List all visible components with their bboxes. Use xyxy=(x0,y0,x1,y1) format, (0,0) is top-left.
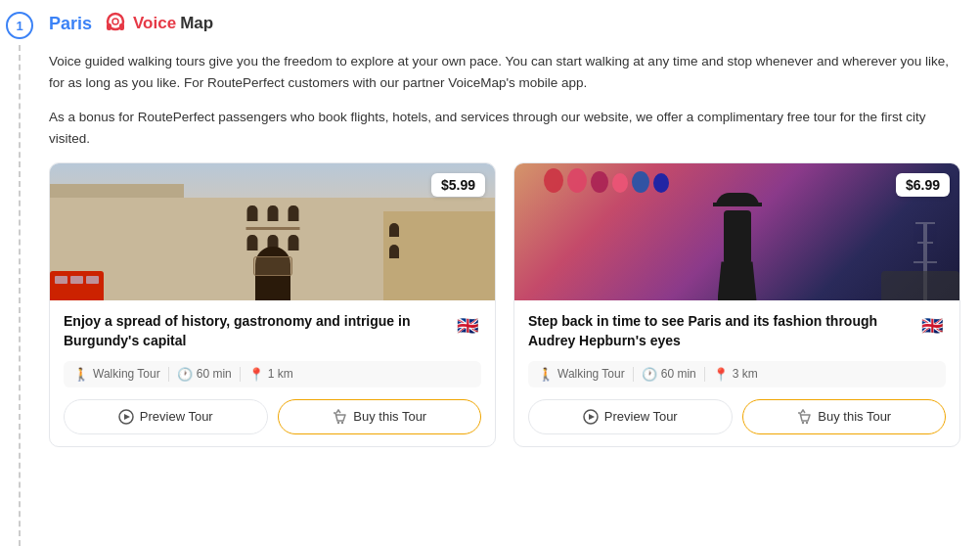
svg-point-10 xyxy=(802,421,804,423)
description-paragraph-1: Voice guided walking tours give you the … xyxy=(49,51,960,93)
tour-actions-2: Preview Tour Buy this Tour xyxy=(528,399,946,434)
price-badge-2: $6.99 xyxy=(896,173,950,197)
svg-rect-2 xyxy=(119,23,124,30)
person-icon-1: 🚶 xyxy=(73,367,89,382)
svg-marker-9 xyxy=(589,414,595,420)
pin-icon-2: 📍 xyxy=(713,367,729,382)
tour-title-2: Step back in time to see Paris and its f… xyxy=(528,312,911,350)
play-icon-1 xyxy=(118,409,134,425)
clock-icon-2: 🕐 xyxy=(642,367,657,382)
tour-meta-1: 🚶 Walking Tour 🕐 60 min 📍 1 km xyxy=(64,361,481,387)
meta-duration-2: 🕐 60 min xyxy=(634,367,705,382)
description-paragraph-2: As a bonus for RoutePerfect passengers w… xyxy=(49,107,960,149)
meta-duration-1: 🕐 60 min xyxy=(169,367,241,382)
page-container: 1 Paris VoiceMap Voice guided walking to… xyxy=(0,0,980,546)
meta-type-1: 🚶 Walking Tour xyxy=(73,367,169,382)
main-content: Paris VoiceMap Voice guided walking tour… xyxy=(39,0,980,546)
tours-grid: $5.99 Enjoy a spread of history, gastron… xyxy=(49,162,960,446)
preview-tour-button-2[interactable]: Preview Tour xyxy=(528,399,733,434)
buy-tour-button-1[interactable]: Buy this Tour xyxy=(278,399,482,434)
svg-marker-5 xyxy=(124,414,130,420)
tour-image-1: $5.99 xyxy=(50,163,495,300)
meta-distance-2: 📍 3 km xyxy=(705,367,766,382)
headphones-icon xyxy=(102,10,129,37)
tour-image-2: $6.99 xyxy=(514,163,959,300)
buy-tour-button-2[interactable]: Buy this Tour xyxy=(742,399,947,434)
meta-type-2: 🚶 Walking Tour xyxy=(538,367,634,382)
timeline-line xyxy=(19,45,21,546)
pin-icon-1: 📍 xyxy=(248,367,264,382)
basket-icon-1 xyxy=(332,409,347,425)
tour-card-1: $5.99 Enjoy a spread of history, gastron… xyxy=(49,162,496,446)
tour-title-1: Enjoy a spread of history, gastronomy an… xyxy=(64,312,446,350)
tour-card-2: $6.99 Step back in time to see Paris and… xyxy=(513,162,960,446)
meta-distance-1: 📍 1 km xyxy=(241,367,301,382)
basket-icon-2 xyxy=(796,409,812,425)
play-icon-2 xyxy=(583,409,599,425)
step-number: 1 xyxy=(6,12,33,39)
left-sidebar: 1 xyxy=(0,0,39,546)
price-badge-1: $5.99 xyxy=(431,173,485,197)
preview-tour-button-1[interactable]: Preview Tour xyxy=(64,399,268,434)
tour-flag-2: 🇬🇧 xyxy=(918,312,946,340)
svg-point-11 xyxy=(806,421,808,423)
tour-title-row-2: Step back in time to see Paris and its f… xyxy=(528,312,946,350)
voicemap-text-voice: Voice xyxy=(133,14,176,33)
tour-actions-1: Preview Tour Buy this Tour xyxy=(64,399,481,434)
tour-info-2: Step back in time to see Paris and its f… xyxy=(514,300,959,445)
svg-point-7 xyxy=(341,421,343,423)
header-row: Paris VoiceMap xyxy=(49,10,960,37)
tour-flag-1: 🇬🇧 xyxy=(454,312,481,340)
clock-icon-1: 🕐 xyxy=(177,367,193,382)
voicemap-text-map: Map xyxy=(180,14,213,33)
person-icon-2: 🚶 xyxy=(538,367,554,382)
tour-title-row-1: Enjoy a spread of history, gastronomy an… xyxy=(64,312,481,350)
svg-point-6 xyxy=(337,421,339,423)
tour-info-1: Enjoy a spread of history, gastronomy an… xyxy=(50,300,495,445)
svg-rect-1 xyxy=(107,23,111,30)
city-name: Paris xyxy=(49,14,92,34)
svg-point-3 xyxy=(112,19,118,24)
voicemap-logo: VoiceMap xyxy=(102,10,213,37)
tour-meta-2: 🚶 Walking Tour 🕐 60 min 📍 3 km xyxy=(528,361,946,387)
